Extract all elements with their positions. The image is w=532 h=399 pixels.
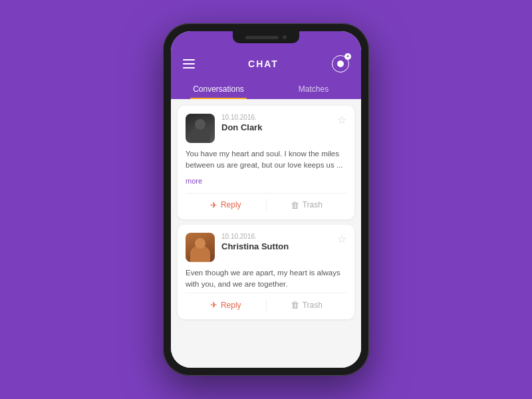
phone-notch [233,31,299,43]
user-date-2: 10.10.2016. [221,233,331,240]
message-text-2: Even though we are apart, my heart is al… [186,267,346,291]
trash-label-2: Trash [303,301,323,310]
front-camera [283,35,287,39]
card-actions: ✈ Reply 🗑 Trash [186,193,346,211]
trash-label: Trash [303,200,323,209]
user-info-2: 10.10.2016. Christina Sutton [221,233,331,251]
tabs-bar: Conversations Matches [171,72,361,99]
app-title: CHAT [248,59,279,69]
trash-button[interactable]: 🗑 Trash [267,199,347,211]
message-card: 10.10.2016. Don Clark ☆ You have my hear… [178,106,354,219]
avatar-2 [186,233,215,262]
star-button-2[interactable]: ☆ [337,233,346,245]
message-card-2: 10.10.2016. Christina Sutton ☆ Even thou… [178,225,354,320]
user-date: 10.10.2016. [221,114,331,121]
trash-button-2[interactable]: 🗑 Trash [267,299,347,311]
card-header: 10.10.2016. Don Clark ☆ [186,114,346,143]
tab-conversations[interactable]: Conversations [171,79,266,99]
user-name: Don Clark [221,122,331,132]
more-link[interactable]: more [186,177,202,185]
message-text: You have my heart and soul. I know the m… [186,148,346,172]
profile-button[interactable]: + [332,55,349,72]
hamburger-button[interactable] [183,59,195,68]
reply-button[interactable]: ✈ Reply [186,199,267,211]
trash-icon-2: 🗑 [291,300,299,310]
phone-outer: CHAT + Conversations Matches [163,23,369,376]
phone-screen: CHAT + Conversations Matches [171,31,361,368]
card-actions-2: ✈ Reply 🗑 Trash [186,293,346,311]
tab-matches[interactable]: Matches [266,79,361,99]
reply-icon-2: ✈ [210,300,217,310]
reply-icon: ✈ [210,200,217,210]
reply-button-2[interactable]: ✈ Reply [186,299,267,311]
card-header-2: 10.10.2016. Christina Sutton ☆ [186,233,346,262]
star-button[interactable]: ☆ [337,114,346,126]
avatar [186,114,215,143]
reply-label: Reply [221,200,241,209]
user-info: 10.10.2016. Don Clark [221,114,331,132]
plus-badge: + [344,53,351,60]
trash-icon: 🗑 [291,200,299,210]
content-area: 10.10.2016. Don Clark ☆ You have my hear… [171,99,361,368]
reply-label-2: Reply [221,301,241,310]
speaker [245,36,279,39]
user-name-2: Christina Sutton [221,241,331,251]
